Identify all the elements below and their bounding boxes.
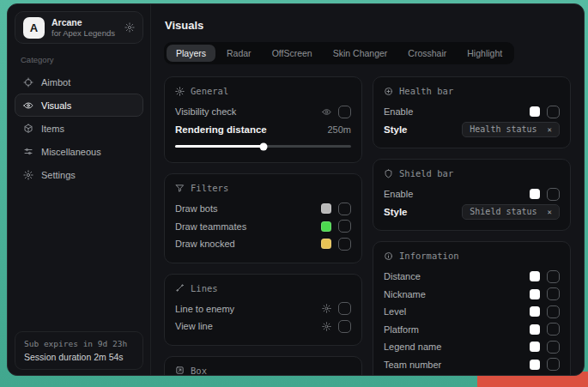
row-style: StyleHealth status✕	[384, 121, 560, 139]
row-label: Nickname	[384, 289, 426, 299]
row-label: Platform	[384, 324, 419, 335]
panel-title: Shield bar	[399, 168, 453, 178]
gear-icon	[175, 87, 185, 96]
brand-settings-button[interactable]	[124, 22, 135, 33]
sidebar-item-label: Settings	[41, 170, 76, 180]
color-swatch[interactable]	[530, 106, 540, 117]
eye-icon	[322, 107, 331, 117]
panel-health-bar: Health barEnableStyleHealth status✕	[373, 76, 571, 148]
panel-header: Filters	[175, 183, 351, 193]
color-swatch[interactable]	[530, 189, 540, 199]
panels-area: GeneralVisibility checkRendering distanc…	[164, 76, 571, 375]
sidebar-item-label: Visuals	[41, 100, 71, 111]
tab-players[interactable]: Players	[167, 45, 215, 62]
row-label: Draw knocked	[175, 239, 235, 249]
row-controls	[321, 220, 351, 233]
main-content: Visuals PlayersRadarOffScreenSkin Change…	[151, 4, 584, 375]
panel-lines: LinesLine to enemyView line	[164, 274, 362, 346]
row-visibility-check: Visibility check	[175, 103, 351, 121]
tab-offscreen[interactable]: OffScreen	[263, 45, 322, 62]
color-swatch[interactable]	[530, 271, 540, 281]
cube-icon	[23, 124, 33, 134]
checkbox[interactable]	[547, 287, 560, 300]
brand-text: Arcane for Apex Legends	[52, 17, 115, 39]
color-swatch[interactable]	[530, 324, 540, 335]
panel-shield-bar: Shield barEnableStyleShield status✕	[373, 159, 571, 231]
slider-thumb[interactable]	[259, 142, 267, 150]
style-select[interactable]: Shield status✕	[462, 204, 560, 220]
row-view-line: View line	[175, 317, 351, 336]
row-controls	[322, 106, 351, 118]
panel-header: Lines	[175, 283, 351, 293]
checkbox[interactable]	[547, 270, 560, 283]
panel-title: Box	[191, 366, 207, 376]
checkbox[interactable]	[547, 106, 560, 118]
gear-icon	[124, 22, 135, 33]
row-label: Rendering distance	[175, 124, 267, 135]
brand-logo: A	[23, 17, 45, 39]
checkbox[interactable]	[547, 305, 560, 318]
row-label: Visibility check	[175, 106, 236, 117]
sidebar-item-settings[interactable]: Settings	[15, 163, 143, 186]
tab-radar[interactable]: Radar	[217, 45, 261, 62]
sidebar-item-items[interactable]: Items	[15, 117, 143, 140]
color-swatch[interactable]	[530, 306, 540, 317]
checkbox[interactable]	[547, 358, 560, 371]
sidebar-item-aimbot[interactable]: Aimbot	[15, 70, 143, 94]
tab-skin-changer[interactable]: Skin Changer	[324, 45, 397, 62]
row-enable: Enable	[384, 185, 560, 203]
panel-header: Information	[384, 251, 560, 261]
sidebar-footer: Sub expires in 9d 23h Session duration 2…	[15, 331, 143, 370]
panel-header: General	[175, 86, 351, 96]
slider-fill	[175, 145, 264, 148]
health-icon	[384, 87, 393, 96]
brand-card: A Arcane for Apex Legends	[15, 11, 143, 44]
checkbox[interactable]	[338, 203, 351, 215]
clear-icon[interactable]: ✕	[548, 208, 552, 216]
sidebar-item-label: Items	[41, 124, 64, 134]
row-label: Level	[384, 306, 406, 317]
row-controls	[322, 320, 351, 333]
panel-box: BoxEnableEnable background	[164, 356, 362, 376]
row-platform: Platform	[384, 321, 560, 339]
color-swatch[interactable]	[530, 289, 540, 299]
row-controls	[530, 305, 560, 318]
style-select[interactable]: Health status✕	[462, 122, 560, 137]
checkbox[interactable]	[338, 220, 351, 233]
checkbox[interactable]	[338, 238, 351, 251]
checkbox[interactable]	[547, 188, 560, 201]
row-controls	[530, 188, 560, 201]
row-draw-knocked: Draw knocked	[175, 235, 351, 253]
checkbox[interactable]	[338, 320, 351, 333]
row-distance: Distance	[384, 268, 560, 286]
panel-title: Filters	[191, 183, 228, 193]
sidebar-nav: AimbotVisualsItemsMiscellaneousSettings	[15, 70, 143, 186]
row-line-to-enemy: Line to enemy	[175, 300, 351, 318]
row-controls	[530, 270, 560, 283]
color-swatch[interactable]	[530, 360, 540, 370]
slider-track[interactable]	[175, 145, 351, 148]
line-icon	[175, 283, 185, 293]
color-swatch[interactable]	[530, 342, 540, 352]
sub-expiry-text: Sub expires in 9d 23h	[24, 339, 134, 348]
panel-general: GeneralVisibility checkRendering distanc…	[164, 76, 362, 163]
select-value: Shield status	[470, 207, 536, 216]
row-draw-bots: Draw bots	[175, 200, 351, 218]
sidebar: A Arcane for Apex Legends Category Aimbo…	[8, 4, 151, 375]
color-swatch[interactable]	[321, 221, 331, 232]
checkbox[interactable]	[547, 341, 560, 354]
row-nickname: Nickname	[384, 286, 560, 304]
sidebar-item-miscellaneous[interactable]: Miscellaneous	[15, 140, 143, 163]
tab-highlight[interactable]: Highlight	[458, 45, 512, 62]
clear-icon[interactable]: ✕	[548, 125, 552, 134]
color-swatch[interactable]	[321, 203, 331, 214]
row-controls	[530, 358, 560, 371]
tab-crosshair[interactable]: Crosshair	[398, 45, 456, 62]
panel-title: Lines	[191, 283, 218, 293]
checkbox[interactable]	[338, 106, 351, 118]
checkbox[interactable]	[547, 323, 560, 336]
checkbox[interactable]	[338, 302, 351, 315]
sidebar-item-visuals[interactable]: Visuals	[15, 94, 143, 117]
funnel-icon	[175, 184, 185, 193]
color-swatch[interactable]	[321, 239, 331, 249]
